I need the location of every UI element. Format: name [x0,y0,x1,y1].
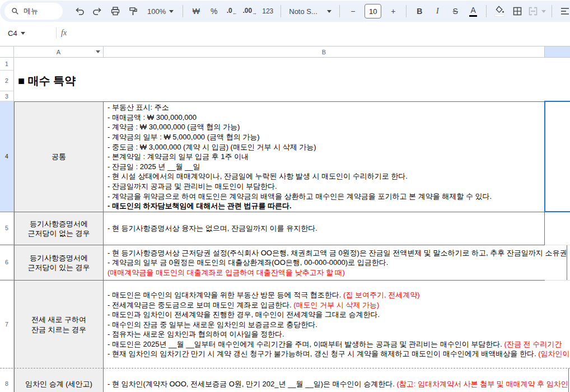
cell-B4[interactable]: - 부동산 표시: 주소- 매매금액 : ₩ 300,000,000- 계약금 … [104,101,545,212]
clause-line: - 매도인은 매수인의 임대차계약을 위한 부동산 방문 등에 적극 협조한다.… [108,290,570,300]
strikethrough-icon: S [453,7,458,16]
table-row: 전세 새로 구하여잔금 치르는 경우- 매도인은 매수인의 임대차계약을 위한 … [14,280,545,368]
text-segment: - 본계약일 : 계약금의 일부 입금 후 1주 이내 [108,152,249,161]
clause-line: - 전세계약금은 중도금으로 보며 매도인 계좌로 입금한다. (매도인 거부 … [108,300,570,310]
menu-search-box[interactable]: 메뉴 [4,3,63,20]
clause-line: - 매매금액 : ₩ 300,000,000 [108,113,544,123]
number-format-button[interactable]: 123 [260,3,275,19]
chevron-down-icon [541,10,546,13]
row-header-3[interactable]: 3 [0,91,13,101]
undo-button[interactable] [72,3,87,19]
percent-icon: % [211,7,217,16]
filter-dropdown-icon[interactable] [96,50,100,53]
row-header-5[interactable]: 5 [0,212,13,245]
decrease-font-size-button[interactable]: − [345,3,360,19]
clause-line: - 중도금 : ₩ 3,000,000 (계약 시 입금) (매도인 거부 시 … [108,142,544,152]
search-icon [11,7,19,15]
clause-line: - 부동산 표시: 주소 [108,102,544,113]
chevron-down-icon [169,10,174,13]
fx-icon: fx [61,29,67,38]
cell-B6[interactable]: - 현 등기사항증명서상 근저당권 설정(주식회사 OO은행, 채권최고액 금 … [104,245,567,280]
formula-bar-divider [56,27,57,39]
borders-icon [512,6,522,16]
increase-font-size-button[interactable]: + [386,3,400,19]
italic-button[interactable]: I [430,3,445,19]
cell-A5[interactable]: 등기사항증명서에근저당이 없는 경우 [14,212,104,245]
table-row: 등기사항증명서에근저당이 있는 경우- 현 등기사항증명서상 근저당권 설정(주… [14,245,545,280]
print-button[interactable] [108,3,123,19]
cell-B8[interactable]: - 현 임차인(계약자 OOO, 전세보증금 O원, 만기 202_년 __월 … [104,368,569,392]
category-label: 전세 새로 구하여 [31,315,86,325]
borders-button[interactable] [510,3,525,19]
text-segment: (임차인이 [538,349,569,358]
toolbar-divider [183,5,183,17]
italic-icon: I [436,7,439,16]
grid-corner-box[interactable] [0,46,14,57]
text-color-button[interactable]: A [466,3,480,19]
clause-line: - 잔금일 : 2025 년 __월 __일 [108,162,544,172]
text-segment: - 현 임차인(계약자 OOO, 전세보증금 O원, 만기 202_년 __월 … [108,380,396,388]
clause-line: - 계약금 : ₩ 30,000,000 (금액 협의 가능) [108,122,544,132]
horizontal-align-button[interactable] [558,3,570,19]
gridline [545,245,570,245]
text-color-icon: A [469,6,477,17]
clause-line: - 현 등기사항증명서상 근저당권 설정(주식회사 OO은행, 채권최고액 금 … [108,248,567,258]
row-header-2[interactable]: 2 [0,71,13,91]
text-segment: - 매도인과 임차인이 전세계약을 진행한 경우, 매수인이 전세계약을 그대로… [108,310,380,319]
cell-reference: C4 [8,29,17,38]
undo-icon [74,6,85,16]
row-header-4[interactable]: 4 [0,101,13,212]
number-format-icon: 123 [262,7,273,15]
merge-cells-button[interactable] [528,3,546,19]
toolbar-divider [339,5,340,17]
clause-line: - 매수인의 잔금 중 일부는 새로운 임차인의 보증금으로 충당한다. [108,320,570,330]
currency-format-button[interactable]: ₩ [189,3,203,19]
column-header-C[interactable] [545,46,570,57]
fill-color-button[interactable] [492,3,507,19]
cell-B5[interactable]: - 현 등기사항증명서상 융자는 없으며, 잔금일까지 이를 유지한다. [104,212,545,245]
cell-A7[interactable]: 전세 새로 구하여잔금 치르는 경우 [14,280,104,368]
increase-decimal-button[interactable]: .00→ [242,3,257,19]
redo-button[interactable] [90,3,105,19]
bold-button[interactable]: B [412,3,427,19]
column-header-B[interactable]: B [104,46,545,57]
fill-color-icon [494,6,504,17]
text-segment: (매도인 거부 시 삭제 가능) [293,301,379,309]
chevron-down-icon [21,32,25,35]
cell-B7[interactable]: - 매도인은 매수인의 임대차계약을 위한 부동산 방문 등에 적극 협조한다.… [104,280,570,368]
row-header-1[interactable]: 1 [0,58,13,71]
row-header-8[interactable]: 8 [0,368,13,392]
name-box[interactable]: C4 [0,29,52,38]
clause-line: - 현 등기사항증명서상 융자는 없으며, 잔금일까지 이를 유지한다. [108,223,544,234]
plus-icon: + [391,7,395,16]
text-segment: - 계약금 : ₩ 30,000,000 (금액 협의 가능) [108,123,240,131]
gridline [545,212,570,212]
font-size-input[interactable]: 10 [365,4,381,18]
text-segment: (매매계약금을 매도인의 대출계좌로 입금하여 대출잔액을 낮추고자 할 때) [108,268,345,277]
column-label: B [322,49,326,55]
cell-A6[interactable]: 등기사항증명서에근저당이 있는 경우 [14,245,104,280]
gridline [545,101,570,102]
font-family-selector[interactable]: Noto S... [287,3,334,19]
percent-format-button[interactable]: % [207,3,221,19]
column-header-A[interactable]: A [14,46,104,57]
row-header-6[interactable]: 6 [0,245,13,280]
category-label: 근저당이 있는 경우 [27,263,90,273]
cell-A8[interactable]: 임차인 승계 (세안고) [14,368,104,392]
column-label: A [57,49,60,55]
bold-icon: B [417,7,422,16]
zoom-control[interactable]: 100% [144,3,177,19]
text-segment: - 현재 임차인의 임차기간 만기 시 계약 갱신 청구가 불가능하며, 갱신 … [108,349,538,358]
row-header-7[interactable]: 7 [0,280,13,368]
cell-A4[interactable]: 공통 [14,101,104,212]
text-segment: - 현 시설 상태에서의 매매계약이나, 잔금일에 누락된 사항 발생 시 매도… [108,172,408,180]
paint-format-button[interactable] [126,3,141,19]
row-header-strip: 12345678 [0,58,14,392]
clause-line: - 현 시설 상태에서의 매매계약이나, 잔금일에 누락된 사항 발생 시 매도… [108,171,544,181]
clause-line: - 매도인의 하자담보책임에 대해서는 관련 법규를 따른다. [108,201,544,211]
decrease-decimal-button[interactable]: .0← [225,3,239,19]
category-label: 잔금 치르는 경우 [31,325,86,335]
strikethrough-button[interactable]: S [448,3,462,19]
align-left-icon [560,6,570,16]
sheet-section-title: ■ 매수 특약 [18,71,76,91]
